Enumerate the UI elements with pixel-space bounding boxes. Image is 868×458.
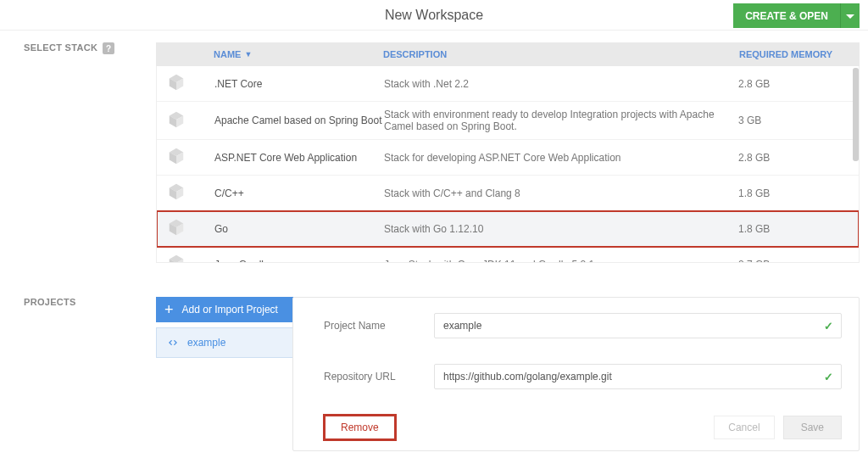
projects-label: PROJECTS xyxy=(24,297,156,451)
col-header-memory[interactable]: REQUIRED MEMORY xyxy=(739,49,849,59)
stack-description: Java Stack with OpenJDK 11 and Gradle 5.… xyxy=(384,259,738,264)
cube-icon xyxy=(167,254,186,263)
project-name-row: Project Name ✓ xyxy=(324,313,842,338)
stack-description: Stack with C/C++ and Clang 8 xyxy=(384,187,738,199)
stack-description: Stack with .Net 2.2 xyxy=(384,78,738,90)
cube-icon xyxy=(167,182,186,201)
cube-icon xyxy=(167,73,186,92)
stack-memory: 2.7 GB xyxy=(738,259,849,264)
create-open-button[interactable]: CREATE & OPEN xyxy=(733,3,840,28)
stack-memory: 3 GB xyxy=(738,114,849,126)
code-icon xyxy=(167,337,179,349)
create-open-dropdown[interactable] xyxy=(840,3,860,28)
panel-footer: Remove Cancel Save xyxy=(324,415,842,440)
check-icon: ✓ xyxy=(824,320,833,332)
remove-button[interactable]: Remove xyxy=(324,415,396,440)
repository-url-row: Repository URL ✓ xyxy=(324,364,842,389)
stack-name: C/C++ xyxy=(214,187,384,199)
check-icon: ✓ xyxy=(824,371,833,383)
projects-sidebar: + Add or Import Project example xyxy=(156,297,293,451)
stack-memory: 1.8 GB xyxy=(738,223,849,235)
stack-table-header: NAME ▼ DESCRIPTION REQUIRED MEMORY xyxy=(156,42,860,66)
stack-name: Apache Camel based on Spring Boot xyxy=(214,114,384,126)
project-tab-example[interactable]: example xyxy=(156,327,293,358)
stack-memory: 2.8 GB xyxy=(738,152,849,164)
stack-row[interactable]: Apache Camel based on Spring BootStack w… xyxy=(157,102,859,140)
repository-url-label: Repository URL xyxy=(324,371,434,383)
cancel-button[interactable]: Cancel xyxy=(714,416,774,439)
project-details-panel: Project Name ✓ Repository URL ✓ Remove C… xyxy=(292,297,860,451)
stack-description: Stack with environment ready to develop … xyxy=(384,109,738,132)
select-stack-label: SELECT STACK ? xyxy=(24,42,156,263)
page-title: New Workspace xyxy=(385,8,483,23)
stack-row[interactable]: Java GradleJava Stack with OpenJDK 11 an… xyxy=(157,247,859,263)
stack-memory: 1.8 GB xyxy=(738,187,849,199)
col-header-name[interactable]: NAME ▼ xyxy=(214,49,383,59)
stack-table: NAME ▼ DESCRIPTION REQUIRED MEMORY .NET … xyxy=(156,42,860,263)
stack-name: .NET Core xyxy=(214,78,384,90)
select-stack-section: SELECT STACK ? NAME ▼ DESCRIPTION REQUIR… xyxy=(0,31,868,271)
top-bar: New Workspace CREATE & OPEN xyxy=(0,0,868,31)
stack-name: Go xyxy=(214,223,384,235)
stack-name: Java Gradle xyxy=(214,259,384,264)
stack-description: Stack for developing ASP.NET Core Web Ap… xyxy=(384,152,738,164)
stack-name: ASP.NET Core Web Application xyxy=(214,152,384,164)
create-button-group: CREATE & OPEN xyxy=(733,3,860,28)
cube-icon xyxy=(167,110,186,129)
stack-memory: 2.8 GB xyxy=(738,78,849,90)
help-icon[interactable]: ? xyxy=(103,42,114,54)
stack-row[interactable]: .NET CoreStack with .Net 2.22.8 GB xyxy=(157,66,859,102)
scrollbar[interactable] xyxy=(853,68,859,161)
plus-icon: + xyxy=(164,304,174,316)
stack-row[interactable]: ASP.NET Core Web ApplicationStack for de… xyxy=(157,140,859,176)
repository-url-input[interactable] xyxy=(434,364,842,389)
sort-caret-icon: ▼ xyxy=(244,50,252,59)
stack-description: Stack with Go 1.12.10 xyxy=(384,223,738,235)
cube-icon xyxy=(167,218,186,237)
save-button: Save xyxy=(783,416,842,439)
projects-section: PROJECTS + Add or Import Project example… xyxy=(0,271,868,451)
cube-icon xyxy=(167,147,186,165)
stack-row[interactable]: C/C++Stack with C/C++ and Clang 81.8 GB xyxy=(157,176,859,211)
chevron-down-icon xyxy=(846,14,854,20)
project-name-input[interactable] xyxy=(434,313,842,338)
add-import-project-button[interactable]: + Add or Import Project xyxy=(156,297,293,322)
col-header-description[interactable]: DESCRIPTION xyxy=(383,49,739,59)
stack-table-body[interactable]: .NET CoreStack with .Net 2.22.8 GBApache… xyxy=(156,66,860,263)
stack-row[interactable]: GoStack with Go 1.12.101.8 GB xyxy=(157,211,859,247)
project-name-label: Project Name xyxy=(324,320,434,332)
